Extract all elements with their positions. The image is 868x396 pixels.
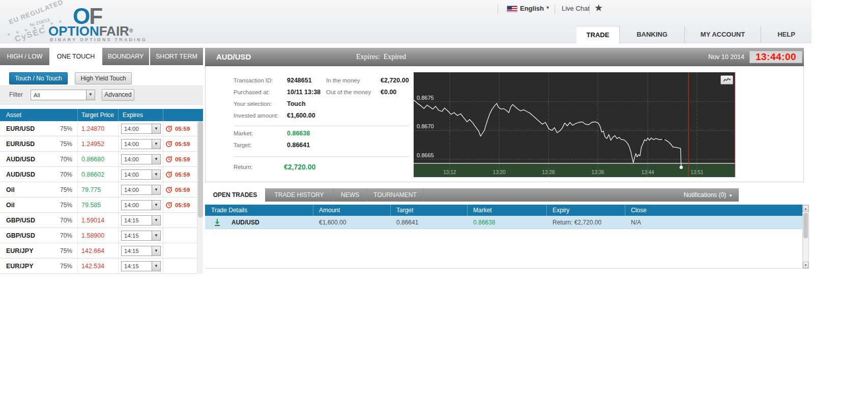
- divider: [234, 126, 409, 126]
- high-yield-touch-button[interactable]: High Yield Touch: [75, 72, 132, 84]
- trade-close: N/A: [631, 216, 641, 229]
- chevron-down-icon[interactable]: ▼: [152, 231, 160, 240]
- asset-row-gbp-usd-7[interactable]: GBP/USD70%1.5890014:15▼: [0, 228, 197, 243]
- expires-dropdown[interactable]: 14:00▼: [121, 200, 161, 210]
- trades-table-scrollbar[interactable]: ▲ ▼: [802, 205, 809, 269]
- chevron-down-icon[interactable]: ▼: [152, 216, 160, 225]
- tab-one-touch[interactable]: ONE TOUCH: [50, 48, 101, 65]
- detail-value-3: €1,600.00: [287, 112, 315, 119]
- nav-tab-banking[interactable]: BANKING: [619, 26, 684, 43]
- asset-row-eur-jpy-8[interactable]: EUR/JPY75%142.66414:15▼: [0, 243, 197, 259]
- countdown-timer: 05:59: [175, 136, 190, 152]
- trade-market: 0.86638: [473, 216, 495, 229]
- favorite-star-icon[interactable]: ★: [594, 2, 603, 14]
- target-price: 79.775: [81, 182, 101, 197]
- tab-boundary[interactable]: BOUNDARY: [102, 48, 149, 65]
- language-selector[interactable]: English: [520, 5, 544, 12]
- trade-header-bar: AUD/USD Expires: Expired Nov 10 2014 13:…: [205, 48, 804, 66]
- chevron-down-icon[interactable]: ▼: [152, 170, 160, 179]
- touch-no-touch-button[interactable]: Touch / No Touch: [9, 72, 68, 84]
- expires-dropdown[interactable]: 14:00▼: [121, 154, 161, 164]
- payout-percent: 75%: [48, 197, 72, 213]
- svg-text:13:28: 13:28: [542, 169, 555, 175]
- target-value: 0.86641: [287, 142, 310, 149]
- nav-tab-help[interactable]: HELP: [761, 26, 812, 43]
- nav-tab-trade[interactable]: TRADE: [576, 26, 619, 43]
- expires-dropdown[interactable]: 14:15▼: [121, 215, 161, 225]
- asset-row-eur-usd-1[interactable]: EUR/USD75%1.2495214:00▼05:59: [0, 136, 197, 152]
- detail-value-0: 9248651: [287, 77, 312, 84]
- expires-value: Expired: [384, 53, 406, 61]
- expires-dropdown[interactable]: 14:15▼: [121, 246, 161, 256]
- expires-dropdown[interactable]: 14:00▼: [121, 185, 161, 195]
- expires-value: 14:15: [124, 217, 139, 223]
- nav-tab-my-account[interactable]: MY ACCOUNT: [684, 26, 761, 43]
- live-chat-link[interactable]: Live Chat: [562, 5, 590, 12]
- chevron-down-icon[interactable]: ▼: [152, 201, 160, 210]
- divider: [589, 4, 590, 14]
- scroll-down-icon[interactable]: ▼: [803, 262, 808, 268]
- divider: [625, 205, 625, 216]
- expires-value: 14:00: [124, 141, 139, 147]
- chevron-down-icon[interactable]: ▼: [152, 124, 160, 133]
- target-label: Target:: [234, 142, 251, 148]
- tab-trade-history[interactable]: TRADE HISTORY: [265, 188, 334, 202]
- payout-percent: 75%: [48, 243, 72, 259]
- asset-name: Oil: [6, 197, 15, 213]
- expires-dropdown[interactable]: 14:15▼: [121, 231, 161, 241]
- expires-value: 14:00: [124, 156, 139, 162]
- brand-fair: FAIR: [99, 23, 129, 39]
- market-label: Market:: [234, 130, 253, 136]
- chart-type-button[interactable]: [720, 75, 733, 84]
- chevron-down-icon[interactable]: ▼: [152, 185, 160, 194]
- expires-dropdown[interactable]: 14:00▼: [121, 139, 161, 149]
- asset-row-eur-usd-0[interactable]: EUR/USD75%1.2487014:00▼05:59: [0, 121, 197, 136]
- svg-text:0.8665: 0.8665: [417, 152, 434, 158]
- filter-select[interactable]: All ▼: [31, 90, 95, 100]
- registered-mark: ®: [129, 28, 133, 34]
- tab-high-low[interactable]: HIGH / LOW: [0, 48, 49, 65]
- chevron-down-icon[interactable]: ▼: [152, 155, 160, 164]
- countdown-timer: 05:59: [175, 152, 190, 167]
- countdown-clock-icon: [165, 186, 173, 193]
- expires-value: 14:00: [124, 202, 139, 208]
- brand-option: OPTION: [48, 23, 99, 39]
- target-price: 1.24952: [81, 136, 104, 152]
- asset-row-oil-4[interactable]: Oil75%79.77514:00▼05:59: [0, 182, 197, 197]
- instrument-tabs: HIGH / LOWONE TOUCHBOUNDARYSHORT TERM: [0, 48, 203, 65]
- scrollbar-thumb[interactable]: [803, 213, 808, 238]
- price-chart-svg: 0.86750.86700.866513:1213:2013:2813:3613…: [414, 72, 735, 177]
- scroll-up-icon[interactable]: ▲: [803, 205, 808, 212]
- asset-row-aud-usd-3[interactable]: AUD/USD70%0.8660214:00▼05:59: [0, 167, 197, 182]
- asset-table-scrollbar[interactable]: [197, 121, 203, 274]
- tab-open-trades[interactable]: OPEN TRADES: [205, 188, 265, 202]
- expires-dropdown[interactable]: 14:15▼: [121, 261, 161, 271]
- tab-news[interactable]: NEWS: [334, 188, 367, 202]
- asset-row-aud-usd-2[interactable]: AUD/USD70%0.8668014:00▼05:59: [0, 152, 197, 167]
- asset-row-eur-jpy-9[interactable]: EUR/JPY75%142.53414:15▼: [0, 259, 197, 274]
- svg-text:13:20: 13:20: [493, 169, 506, 175]
- scrollbar-thumb[interactable]: [198, 121, 203, 218]
- divider: [467, 205, 468, 216]
- chevron-down-icon[interactable]: ▾: [546, 5, 549, 10]
- chevron-down-icon[interactable]: ▼: [152, 139, 160, 149]
- expires-dropdown[interactable]: 14:00▼: [121, 169, 161, 180]
- asset-name: GBP/USD: [6, 228, 35, 243]
- tab-short-term[interactable]: SHORT TERM: [150, 48, 203, 65]
- advanced-button[interactable]: Advanced: [102, 89, 134, 101]
- return-label: Return:: [234, 164, 253, 170]
- svg-text:0.8670: 0.8670: [417, 123, 434, 129]
- open-trade-row[interactable]: AUD/USD€1,600.000.866410.86638Return: €2…: [205, 216, 802, 229]
- asset-name: EUR/JPY: [6, 259, 34, 274]
- chevron-down-icon[interactable]: ▼: [86, 90, 95, 100]
- asset-row-oil-5[interactable]: Oil75%79.58514:00▼05:59: [0, 197, 197, 213]
- notifications-toggle[interactable]: Notifications (0)▼: [684, 188, 733, 203]
- tab-tournament[interactable]: TOURNAMENT: [367, 188, 424, 202]
- chevron-down-icon[interactable]: ▼: [152, 246, 160, 256]
- target-price: 79.585: [81, 197, 101, 213]
- asset-name: AUD/USD: [6, 152, 35, 167]
- asset-row-gbp-usd-6[interactable]: GBP/USD70%1.5901414:15▼: [0, 213, 197, 228]
- chevron-down-icon[interactable]: ▼: [152, 262, 160, 271]
- expires-dropdown[interactable]: 14:00▼: [121, 124, 161, 134]
- countdown-clock-icon: [165, 155, 173, 163]
